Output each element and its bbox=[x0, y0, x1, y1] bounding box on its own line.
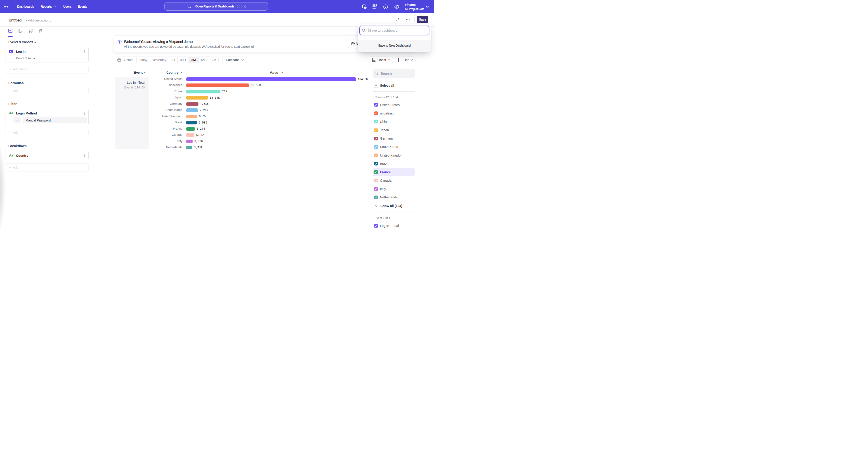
svg-text:?: ? bbox=[385, 5, 386, 8]
